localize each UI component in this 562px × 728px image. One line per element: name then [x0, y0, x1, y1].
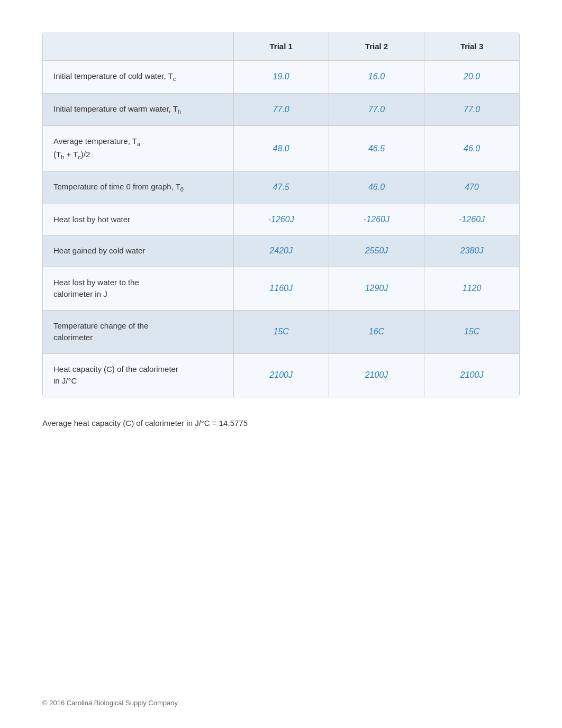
- row-trial1-value: 1160J: [233, 267, 329, 310]
- row-label: Heat gained by cold water: [43, 235, 233, 267]
- average-heat-capacity: Average heat capacity (C) of calorimeter…: [42, 418, 520, 427]
- row-trial2-value: 16.0: [329, 61, 424, 94]
- row-trial1-value: 15C: [233, 310, 329, 353]
- header-trial3: Trial 3: [424, 32, 519, 61]
- table-row: Heat lost by hot water-1260J-1260J-1260J: [43, 204, 519, 235]
- row-trial2-value: 2550J: [329, 235, 424, 267]
- row-trial1-value: -1260J: [233, 204, 329, 235]
- table-row: Initial temperature of cold water, Tc19.…: [43, 61, 519, 94]
- header-label-col: [43, 32, 233, 61]
- row-trial2-value: -1260J: [329, 204, 424, 235]
- row-trial3-value: 46.0: [424, 126, 519, 171]
- row-trial3-value: 1120: [424, 267, 519, 310]
- row-trial3-value: 15C: [424, 310, 519, 353]
- footer-copyright: © 2016 Carolina Biological Supply Compan…: [42, 699, 178, 707]
- row-trial1-value: 47.5: [233, 171, 329, 204]
- row-trial1-value: 77.0: [233, 93, 329, 126]
- row-trial3-value: 470: [424, 171, 519, 204]
- row-trial2-value: 16C: [329, 310, 424, 353]
- row-label: Average temperature, Ta(Th + Tc)/2: [43, 126, 233, 171]
- row-trial3-value: 77.0: [424, 93, 519, 126]
- row-label: Initial temperature of cold water, Tc: [43, 61, 233, 94]
- row-trial2-value: 1290J: [329, 267, 424, 310]
- row-trial3-value: 2380J: [424, 235, 519, 267]
- table-row: Average temperature, Ta(Th + Tc)/248.046…: [43, 126, 519, 171]
- table-row: Heat capacity (C) of the calorimeterin J…: [43, 353, 519, 397]
- data-table: Trial 1 Trial 2 Trial 3 Initial temperat…: [42, 32, 520, 397]
- row-trial2-value: 2100J: [329, 353, 424, 397]
- row-label: Heat lost by hot water: [43, 204, 233, 235]
- row-trial2-value: 46.0: [329, 171, 424, 204]
- table-row: Initial temperature of warm water, Th77.…: [43, 93, 519, 126]
- table-row: Heat lost by water to thecalorimeter in …: [43, 267, 519, 310]
- row-trial2-value: 46.5: [329, 126, 424, 171]
- row-trial1-value: 19.0: [233, 61, 329, 94]
- row-trial2-value: 77.0: [329, 93, 424, 126]
- row-trial1-value: 2420J: [233, 235, 329, 267]
- row-label: Heat lost by water to thecalorimeter in …: [43, 267, 233, 310]
- header-trial1: Trial 1: [233, 32, 329, 61]
- row-trial1-value: 48.0: [233, 126, 329, 171]
- row-trial3-value: -1260J: [424, 204, 519, 235]
- row-label: Heat capacity (C) of the calorimeterin J…: [43, 353, 233, 397]
- row-trial1-value: 2100J: [233, 353, 329, 397]
- row-label: Temperature of time 0 from graph, T0: [43, 171, 233, 204]
- table-row: Temperature change of thecalorimeter15C1…: [43, 310, 519, 353]
- row-label: Temperature change of thecalorimeter: [43, 310, 233, 353]
- table-row: Heat gained by cold water2420J2550J2380J: [43, 235, 519, 267]
- row-trial3-value: 20.0: [424, 61, 519, 94]
- header-trial2: Trial 2: [329, 32, 424, 61]
- row-label: Initial temperature of warm water, Th: [43, 93, 233, 126]
- table-row: Temperature of time 0 from graph, T047.5…: [43, 171, 519, 204]
- row-trial3-value: 2100J: [424, 353, 519, 397]
